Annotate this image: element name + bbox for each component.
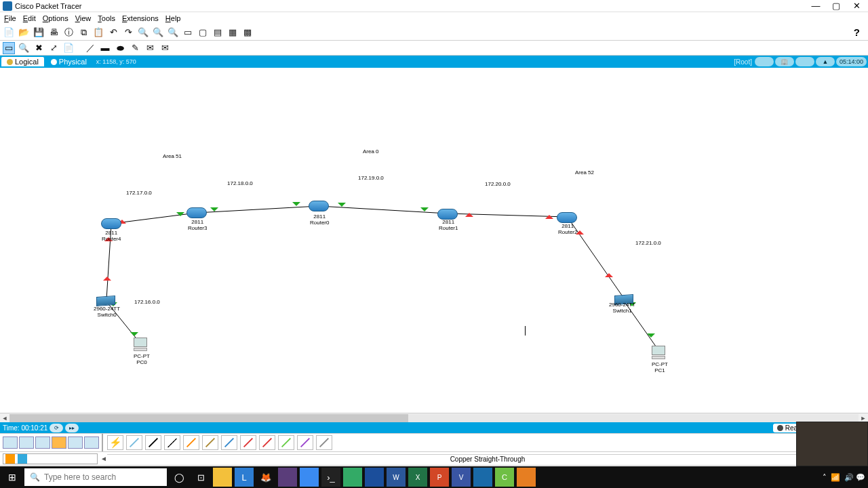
save-icon[interactable]: 💾 (33, 26, 45, 39)
delete-icon[interactable]: ✖ (33, 42, 45, 54)
visio-icon[interactable]: V (452, 468, 471, 487)
scenario-icon[interactable] (5, 454, 15, 464)
canvas-horizontal-scrollbar[interactable]: ◄ ► (0, 413, 868, 422)
device-pc1[interactable] (652, 346, 667, 361)
open-icon[interactable]: 📂 (18, 26, 30, 39)
nav-closet-button[interactable] (795, 57, 814, 66)
camtasia-icon[interactable]: C (495, 468, 514, 487)
workspace-canvas[interactable]: Area 51 Area 0 Area 52 172.17.0.0 172.18… (0, 68, 868, 413)
paste-icon[interactable]: 📋 (92, 26, 104, 39)
conn-iot[interactable] (297, 435, 313, 450)
category-network-devices[interactable] (3, 436, 18, 449)
device-template-icon[interactable]: ▦ (226, 26, 239, 39)
task-view-icon[interactable]: ⊡ (191, 468, 210, 487)
word-icon[interactable]: W (387, 468, 406, 487)
powerpoint-icon[interactable]: P (430, 468, 449, 487)
nav-root-label[interactable]: [Root] (734, 58, 752, 66)
print-icon[interactable]: 🖶 (47, 26, 60, 39)
app-green-icon[interactable] (343, 468, 362, 487)
custom-device-icon[interactable]: ▤ (212, 26, 224, 39)
app-orange-icon[interactable] (517, 468, 536, 487)
add-simple-pdu-icon[interactable]: ✉ (144, 42, 156, 54)
scenario-panel[interactable] (3, 453, 98, 464)
taskbar-search[interactable]: 🔍 Type here to search (24, 468, 167, 486)
conn-serial-dce[interactable] (240, 435, 256, 450)
conn-straight[interactable] (145, 435, 161, 450)
draw-rectangle-icon[interactable]: ▬ (99, 42, 111, 54)
device-router3[interactable] (186, 207, 207, 218)
fast-forward-button[interactable]: ▸▸ (65, 424, 79, 432)
app-purple-icon[interactable] (278, 468, 297, 487)
category-connections[interactable] (52, 436, 66, 449)
help-icon[interactable]: ? (854, 26, 860, 38)
scroll-left-icon[interactable]: ◄ (0, 415, 9, 422)
new-icon[interactable]: 📄 (3, 26, 15, 39)
misc-tool-icon[interactable]: ▩ (241, 26, 254, 39)
firefox-icon[interactable]: 🦊 (256, 468, 275, 487)
menu-view[interactable]: View (75, 14, 92, 22)
conn-usb[interactable] (316, 435, 332, 450)
note-icon[interactable]: 📄 (62, 42, 75, 54)
device-router2[interactable] (557, 212, 577, 223)
power-cycle-button[interactable]: ⟳ (50, 424, 63, 432)
tray-notifications-icon[interactable]: 💬 (856, 473, 865, 481)
tab-physical[interactable]: Physical (45, 57, 92, 66)
tray-wifi-icon[interactable]: 📶 (831, 473, 840, 482)
app-l-icon[interactable]: L (235, 468, 254, 487)
redo-icon[interactable]: ↷ (122, 26, 134, 39)
tray-volume-icon[interactable]: 🔊 💬 (844, 473, 865, 482)
conn-fiber[interactable] (183, 435, 199, 450)
scroll-thumb[interactable] (9, 414, 408, 422)
draw-oval-icon[interactable]: ⬬ (114, 42, 126, 54)
tray-chevron-icon[interactable]: ˄ (823, 473, 827, 482)
zoom-in-icon[interactable]: 🔍 (137, 26, 149, 39)
select-tool-icon[interactable]: ▭ (3, 42, 15, 54)
draw-rect-icon[interactable]: ▭ (182, 26, 194, 39)
conn-crossover[interactable] (164, 435, 180, 450)
menu-file[interactable]: File (4, 14, 16, 22)
maximize-button[interactable]: ▢ (830, 1, 842, 11)
cortana-icon[interactable]: ◯ (170, 468, 189, 487)
inspect-icon[interactable]: 🔍 (18, 42, 30, 54)
resize-icon[interactable]: ⤢ (47, 42, 60, 54)
packet-tracer-taskbar-icon[interactable] (473, 468, 492, 487)
file-explorer-icon[interactable] (213, 468, 232, 487)
excel-icon[interactable]: X (408, 468, 427, 487)
device-switch0[interactable] (96, 296, 115, 306)
nav-grid-button[interactable]: ▲ (816, 57, 835, 66)
category-multiuser[interactable] (84, 436, 99, 449)
draw-freeform-icon[interactable]: ✎ (129, 42, 141, 54)
conn-auto[interactable]: ⚡ (107, 435, 123, 450)
minimize-button[interactable]: — (810, 1, 822, 11)
zoom-icon[interactable] (300, 468, 319, 487)
scroll-right-icon[interactable]: ► (859, 415, 868, 422)
device-router1[interactable] (437, 209, 458, 220)
conn-serial-dte[interactable] (259, 435, 275, 450)
close-button[interactable]: ✕ (850, 1, 863, 11)
undo-icon[interactable]: ↶ (107, 26, 119, 39)
app-blue-icon[interactable] (365, 468, 384, 487)
scenario-toggle-icon[interactable] (18, 454, 27, 464)
menu-edit[interactable]: Edit (23, 14, 36, 22)
copy-icon[interactable]: ⧉ (77, 26, 90, 39)
system-tray[interactable]: ˄ 📶 🔊 💬 (823, 473, 865, 482)
start-button[interactable]: ⊞ (3, 468, 22, 487)
activity-wizard-icon[interactable]: ⓘ (62, 26, 75, 39)
conn-console[interactable] (126, 435, 142, 450)
draw-line-icon[interactable]: ／ (84, 42, 96, 54)
menu-help[interactable]: Help (165, 14, 181, 22)
menu-extensions[interactable]: Extensions (122, 14, 159, 22)
environment-clock[interactable]: 05:14:00 (836, 57, 867, 66)
terminal-icon[interactable]: ›_ (321, 468, 340, 487)
category-components[interactable] (35, 436, 50, 449)
menu-tools[interactable]: Tools (98, 14, 115, 22)
device-pc0[interactable] (134, 338, 149, 352)
nav-building-button[interactable]: 🏢 (775, 57, 794, 66)
draw-ellipse-icon[interactable]: ▢ (197, 26, 209, 39)
device-router4[interactable] (101, 218, 121, 229)
device-router0[interactable] (309, 201, 329, 211)
category-end-devices[interactable] (19, 436, 34, 449)
tab-logical[interactable]: Logical (1, 57, 44, 66)
zoom-out-icon[interactable]: 🔍 (152, 26, 164, 39)
menu-options[interactable]: Options (43, 14, 68, 22)
